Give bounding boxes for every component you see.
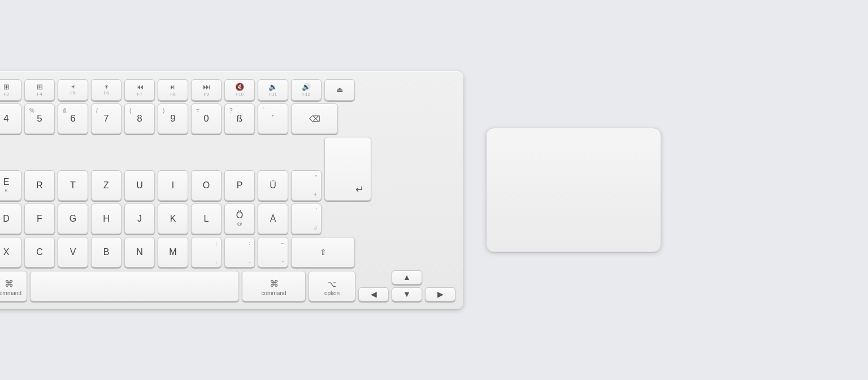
key-i[interactable]: I (158, 170, 188, 201)
f6-icon: ☀ (104, 84, 109, 90)
key-f4[interactable]: ⊞ F4 (24, 79, 55, 101)
key-f5[interactable]: ☀ F5 (58, 79, 88, 101)
key-h[interactable]: H (91, 204, 121, 234)
fn-row: ⊞ F3 ⊞ F4 ☀ F5 ☀ F6 ⏮ F7 (0, 79, 455, 101)
key-7-shift: / (96, 107, 98, 114)
key-acute[interactable]: ` ´ (258, 103, 288, 134)
trackpad[interactable] (486, 128, 661, 252)
key-r[interactable]: R (24, 170, 55, 201)
key-4[interactable]: $ 4 (0, 103, 21, 134)
f9-label: F9 (203, 92, 209, 97)
key-plus[interactable]: * + (291, 170, 322, 201)
keyboard: ⊞ F3 ⊞ F4 ☀ F5 ☀ F6 ⏮ F7 (0, 71, 463, 309)
key-f6[interactable]: ☀ F6 (91, 79, 121, 101)
key-j[interactable]: J (124, 204, 155, 234)
key-5[interactable]: % 5 (24, 103, 55, 134)
arrow-up-row: ▲ (358, 270, 455, 284)
key-arrow-up[interactable]: ▲ (392, 270, 422, 284)
key-option[interactable]: ⌥ option (309, 271, 355, 301)
f10-icon: 🔇 (235, 83, 244, 91)
f6-label: F6 (103, 90, 108, 96)
number-row: $ 4 % 5 & 6 / 7 ( 8 ) 9 (0, 103, 455, 134)
key-f3[interactable]: ⊞ F3 (0, 79, 21, 101)
key-f8[interactable]: ⏯ F8 (158, 79, 188, 101)
key-9-main: 9 (170, 113, 175, 124)
key-comma[interactable]: ; , (191, 237, 222, 267)
key-x[interactable]: X (0, 237, 21, 267)
key-8-main: 8 (137, 113, 142, 124)
key-f9[interactable]: ⏭ F9 (191, 79, 222, 101)
key-f[interactable]: F (24, 204, 55, 234)
f5-icon: ☀ (71, 84, 76, 90)
key-o[interactable]: O (191, 170, 222, 201)
key-p[interactable]: P (224, 170, 255, 201)
key-b[interactable]: B (91, 237, 121, 267)
key-ae[interactable]: Ä (258, 204, 288, 234)
key-d[interactable]: D (0, 204, 21, 234)
key-6-shift: & (63, 107, 67, 114)
key-5-main: 5 (37, 113, 42, 124)
key-ss-main: ß (237, 113, 242, 124)
key-k[interactable]: K (158, 204, 188, 234)
key-cmd-left[interactable]: ⌘ command (0, 271, 27, 301)
key-c[interactable]: C (24, 237, 55, 267)
f8-icon: ⏯ (170, 83, 177, 91)
key-space[interactable] (30, 271, 239, 301)
arrow-bottom-row: ◀ ▼ ▶ (358, 287, 455, 301)
cmd-right-icon: ⌘ (270, 278, 279, 289)
key-ss-shift: ? (229, 107, 233, 114)
key-enter[interactable]: ↵ (324, 137, 371, 201)
key-9-shift: ) (163, 107, 164, 114)
cmd-right-label: command (262, 290, 287, 296)
enter-icon: ↵ (355, 183, 364, 196)
key-cmd-right[interactable]: ⌘ command (242, 271, 306, 301)
key-z[interactable]: Z (91, 170, 121, 201)
key-0[interactable]: = 0 (191, 103, 222, 134)
key-t[interactable]: T (58, 170, 88, 201)
key-5-shift: % (29, 107, 34, 114)
f11-icon: 🔉 (268, 83, 277, 91)
f4-label: F4 (37, 92, 42, 97)
key-acute-shift: ` (263, 107, 264, 114)
key-l[interactable]: L (191, 204, 222, 234)
shift-right-icon: ⇧ (320, 248, 327, 257)
key-backspace[interactable]: ⌫ (291, 103, 338, 134)
key-f11[interactable]: 🔉 F11 (258, 79, 288, 101)
key-e[interactable]: E € (0, 170, 21, 201)
shift-row: X C V B N M ; , : . (0, 237, 455, 267)
cmd-left-icon: ⌘ (5, 278, 14, 289)
key-g[interactable]: G (58, 204, 88, 234)
key-eject[interactable]: ⏏ (324, 79, 355, 101)
key-0-shift: = (196, 107, 199, 114)
key-oe[interactable]: Ö @ (224, 204, 255, 234)
key-arrow-left[interactable]: ◀ (358, 287, 389, 301)
key-hash[interactable]: ' # (291, 204, 322, 234)
key-m[interactable]: M (158, 237, 188, 267)
backspace-icon: ⌫ (309, 114, 320, 123)
key-arrow-right[interactable]: ▶ (425, 287, 455, 301)
f10-label: F10 (236, 92, 244, 97)
key-shift-right[interactable]: ⇧ (291, 237, 355, 267)
option-label: option (324, 290, 340, 296)
key-n[interactable]: N (124, 237, 155, 267)
key-arrow-down[interactable]: ▼ (392, 287, 422, 301)
f3-label: F3 (3, 92, 8, 97)
key-f12[interactable]: 🔊 F12 (291, 79, 322, 101)
f7-icon: ⏮ (136, 83, 144, 91)
key-acute-main: ´ (272, 114, 274, 123)
key-6[interactable]: & 6 (58, 103, 88, 134)
key-u[interactable]: U (124, 170, 155, 201)
key-4-main: 4 (3, 113, 8, 124)
key-v[interactable]: V (58, 237, 88, 267)
key-ue[interactable]: Ü (258, 170, 288, 201)
key-9[interactable]: ) 9 (158, 103, 188, 134)
key-7[interactable]: / 7 (91, 103, 121, 134)
key-f10[interactable]: 🔇 F10 (224, 79, 255, 101)
f5-label: F5 (70, 90, 75, 96)
key-f7[interactable]: ⏮ F7 (124, 79, 155, 101)
key-ss[interactable]: ? ß (224, 103, 255, 134)
cmd-left-label: command (0, 290, 21, 296)
key-period[interactable]: : . (224, 237, 255, 267)
key-minus[interactable]: – - (258, 237, 288, 267)
key-8[interactable]: ( 8 (124, 103, 155, 134)
